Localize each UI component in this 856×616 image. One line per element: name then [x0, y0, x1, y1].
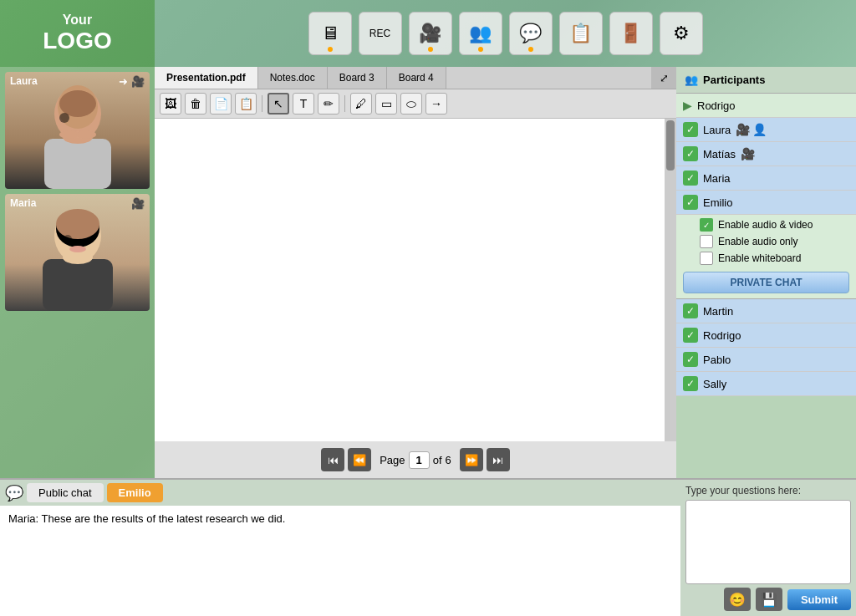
first-page-btn[interactable]: ⏮ [321, 448, 344, 471]
chat-tabs: 💬 Public chat Emilio [0, 480, 680, 506]
svg-point-12 [63, 251, 93, 264]
last-page-btn[interactable]: ⏭ [487, 448, 510, 471]
notes-button[interactable]: 📋 [559, 12, 603, 55]
wb-separator [344, 95, 345, 112]
header: Your LOGO 🖥REC🎥👥💬📋🚪⚙ [0, 0, 856, 67]
check-rodrigo: ✓ [683, 328, 698, 343]
questions-area: Type your questions here: 😊 💾 Submit [680, 480, 856, 616]
laura-label: Laura [10, 75, 38, 87]
video-button[interactable]: 🎥 [409, 12, 452, 55]
center-panel: Presentation.pdfNotes.docBoard 3Board 4⤢… [155, 67, 676, 478]
participants-icon-button[interactable]: 👥 [459, 12, 502, 55]
participant-name: Rodrigo [697, 99, 736, 112]
public-chat-tab[interactable]: Public chat [27, 483, 104, 502]
wb-separator [262, 95, 262, 112]
participant-icons: 🎥 [741, 147, 755, 160]
svg-point-14 [69, 246, 86, 252]
video-icon: 🎥 [736, 123, 750, 136]
canvas-area[interactable] [155, 119, 676, 441]
chat-icon-tb-button[interactable]: 💬 [509, 12, 553, 55]
record-button[interactable]: REC [359, 12, 402, 55]
wb-delete-btn[interactable]: 🗑 [185, 93, 206, 115]
wb-pen-btn[interactable]: 🖊 [350, 93, 372, 115]
participant-maria: ✓ Maria [676, 166, 856, 191]
svg-point-13 [64, 235, 72, 243]
scrollbar-thumb [666, 120, 675, 171]
svg-rect-3 [44, 139, 111, 189]
option-label: Enable audio only [718, 236, 797, 247]
toolbar: 🖥REC🎥👥💬📋🚪⚙ [155, 0, 856, 67]
chat-message: Maria: These are the results of the late… [8, 512, 672, 525]
private-chat-button[interactable]: PRIVATE CHAT [683, 272, 849, 293]
option-label: Enable whiteboard [718, 252, 801, 264]
wb-rect-btn[interactable]: ▭ [375, 93, 397, 115]
participant-laura: ✓ Laura 🎥 👤 [676, 118, 856, 142]
participant-rodrigo-top: ▶ Rodrigo [676, 94, 856, 118]
wb-ellipse-btn[interactable]: ⬭ [400, 93, 422, 115]
next-page-btn[interactable]: ⏩ [460, 448, 483, 471]
wb-text-btn[interactable]: T [293, 93, 314, 115]
option-enable-audio-&-video[interactable]: ✓Enable audio & video [700, 218, 849, 232]
check-pablo: ✓ [683, 352, 698, 367]
option-enable-whiteboard[interactable]: Enable whiteboard [700, 252, 849, 265]
check-maria: ✓ [683, 171, 698, 186]
tabs: Presentation.pdfNotes.docBoard 3Board 4⤢ [155, 67, 676, 89]
participant-matias: ✓ Matías 🎥 [676, 142, 856, 166]
chat-bubble-icon: 💬 [5, 484, 23, 502]
option-label: Enable audio & video [718, 219, 813, 231]
check-sally: ✓ [683, 376, 698, 391]
participant-name: Martin [703, 305, 733, 318]
scrollbar[interactable] [665, 119, 676, 441]
wb-edit-btn[interactable]: ✏ [318, 93, 339, 115]
wb-arrow-btn[interactable]: → [425, 93, 447, 115]
submit-btn[interactable]: Submit [787, 589, 851, 610]
arrow-icon: ➜ [119, 75, 128, 88]
wb-copy-btn[interactable]: 📄 [210, 93, 232, 115]
tab-presentation[interactable]: Presentation.pdf [155, 67, 258, 89]
save-btn[interactable]: 💾 [756, 588, 782, 611]
check-emilio: ✓ [683, 195, 698, 210]
total-pages: 6 [446, 454, 451, 466]
expand-tab[interactable]: ⤢ [651, 67, 676, 89]
leave-button[interactable]: 🚪 [609, 12, 653, 55]
participant-name: Emilio [703, 196, 732, 209]
option-enable-audio-only[interactable]: Enable audio only [700, 235, 849, 248]
questions-input[interactable] [685, 500, 851, 584]
chat-area: 💬 Public chat Emilio Maria: These are th… [0, 480, 680, 616]
maria-label: Maria [10, 197, 36, 209]
screen-share-button[interactable]: 🖥 [308, 12, 352, 55]
emilio-chat-tab[interactable]: Emilio [107, 483, 163, 502]
camera-icon2: 🎥 [131, 197, 145, 210]
prev-page-btn[interactable]: ⏪ [348, 448, 371, 471]
participant-martin: ✓ Martin [676, 299, 856, 323]
page-info: Page 1 of 6 [380, 451, 451, 469]
svg-point-7 [76, 130, 96, 139]
wb-paste-btn[interactable]: 📋 [235, 93, 257, 115]
svg-point-10 [56, 209, 99, 239]
of-label: of [433, 454, 442, 466]
tab-board3[interactable]: Board 3 [328, 67, 387, 89]
logo-area: Your LOGO [0, 0, 155, 67]
participant-rodrigo: ✓ Rodrigo [676, 323, 856, 348]
wb-img-btn[interactable]: 🖼 [160, 93, 181, 115]
tab-notes[interactable]: Notes.doc [258, 67, 328, 89]
play-icon: ▶ [683, 99, 692, 112]
emoji-btn[interactable]: 😊 [724, 588, 751, 611]
logo: Your LOGO [43, 13, 111, 54]
right-panel: 👥 Participants ▶ Rodrigo ✓ Laura 🎥 👤 ✓ M… [676, 67, 856, 478]
check-matias: ✓ [683, 146, 698, 161]
page-navigation: ⏮ ⏪ Page 1 of 6 ⏩ ⏭ [155, 441, 676, 478]
camera-icon: 🎥 [131, 75, 145, 88]
check-martin: ✓ [683, 303, 698, 318]
laura-icons: ➜ 🎥 [119, 75, 145, 88]
settings-button[interactable]: ⚙ [660, 12, 703, 55]
tab-board4[interactable]: Board 4 [387, 67, 446, 89]
wb-select-btn[interactable]: ↖ [268, 93, 289, 115]
svg-point-5 [59, 113, 69, 123]
maria-icons: 🎥 [131, 197, 145, 210]
check-laura: ✓ [683, 122, 698, 137]
participants-header: 👥 Participants [676, 67, 856, 94]
participant-name: Matías [703, 148, 736, 160]
questions-label: Type your questions here: [685, 485, 851, 496]
participants-icon: 👥 [685, 74, 698, 86]
